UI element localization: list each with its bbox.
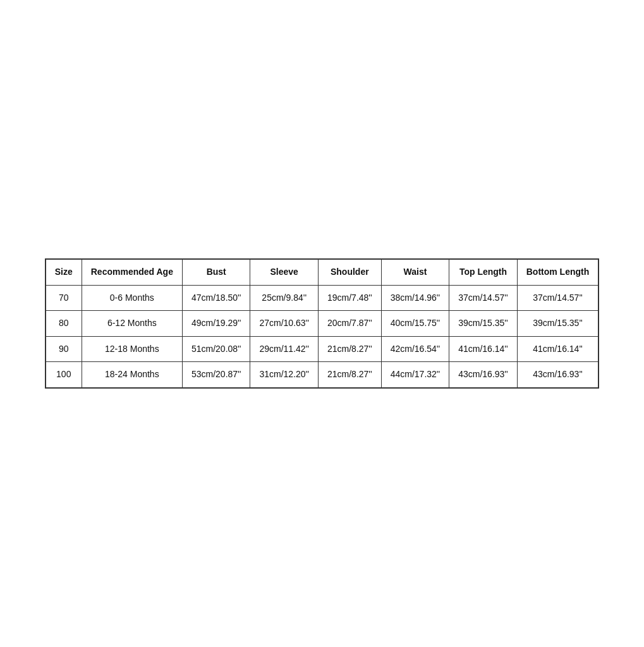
header-top-length: Top Length xyxy=(449,259,518,285)
cell-top-length: 37cm/14.57'' xyxy=(449,285,518,311)
cell-top-length: 39cm/15.35'' xyxy=(449,311,518,337)
table-row: 10018-24 Months53cm/20.87''31cm/12.20''2… xyxy=(46,362,599,388)
cell-sleeve: 31cm/12.20'' xyxy=(250,362,319,388)
cell-bottom-length: 43cm/16.93'' xyxy=(517,362,598,388)
cell-age: 18-24 Months xyxy=(82,362,182,388)
cell-shoulder: 19cm/7.48'' xyxy=(318,285,381,311)
header-recommended-age: Recommended Age xyxy=(82,259,182,285)
table-row: 700-6 Months47cm/18.50''25cm/9.84''19cm/… xyxy=(46,285,599,311)
header-waist: Waist xyxy=(381,259,449,285)
cell-bottom-length: 41cm/16.14'' xyxy=(517,336,598,362)
cell-size: 70 xyxy=(46,285,82,311)
cell-waist: 40cm/15.75'' xyxy=(381,311,449,337)
cell-size: 80 xyxy=(46,311,82,337)
cell-size: 100 xyxy=(46,362,82,388)
cell-shoulder: 20cm/7.87'' xyxy=(318,311,381,337)
cell-age: 0-6 Months xyxy=(82,285,182,311)
cell-waist: 38cm/14.96'' xyxy=(381,285,449,311)
header-bottom-length: Bottom Length xyxy=(517,259,598,285)
table-row: 806-12 Months49cm/19.29''27cm/10.63''20c… xyxy=(46,311,599,337)
table-header-row: Size Recommended Age Bust Sleeve Shoulde… xyxy=(46,259,599,285)
size-chart-wrapper: Size Recommended Age Bust Sleeve Shoulde… xyxy=(32,246,612,401)
cell-bottom-length: 39cm/15.35'' xyxy=(517,311,598,337)
cell-shoulder: 21cm/8.27'' xyxy=(318,362,381,388)
cell-bust: 51cm/20.08'' xyxy=(182,336,250,362)
cell-waist: 44cm/17.32'' xyxy=(381,362,449,388)
cell-bust: 47cm/18.50'' xyxy=(182,285,250,311)
header-shoulder: Shoulder xyxy=(318,259,381,285)
cell-sleeve: 29cm/11.42'' xyxy=(250,336,319,362)
cell-bust: 53cm/20.87'' xyxy=(182,362,250,388)
cell-shoulder: 21cm/8.27'' xyxy=(318,336,381,362)
cell-top-length: 41cm/16.14'' xyxy=(449,336,518,362)
cell-size: 90 xyxy=(46,336,82,362)
header-sleeve: Sleeve xyxy=(250,259,319,285)
cell-age: 12-18 Months xyxy=(82,336,182,362)
cell-sleeve: 27cm/10.63'' xyxy=(250,311,319,337)
header-bust: Bust xyxy=(182,259,250,285)
cell-bust: 49cm/19.29'' xyxy=(182,311,250,337)
cell-age: 6-12 Months xyxy=(82,311,182,337)
table-row: 9012-18 Months51cm/20.08''29cm/11.42''21… xyxy=(46,336,599,362)
cell-waist: 42cm/16.54'' xyxy=(381,336,449,362)
cell-top-length: 43cm/16.93'' xyxy=(449,362,518,388)
header-size: Size xyxy=(46,259,82,285)
size-chart-table: Size Recommended Age Bust Sleeve Shoulde… xyxy=(45,258,600,389)
cell-bottom-length: 37cm/14.57'' xyxy=(517,285,598,311)
cell-sleeve: 25cm/9.84'' xyxy=(250,285,319,311)
